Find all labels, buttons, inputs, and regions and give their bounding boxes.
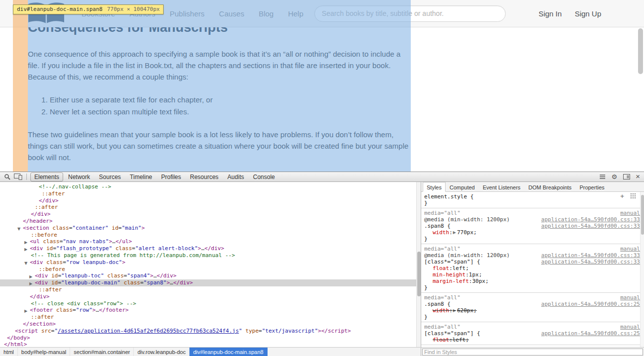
elements-scrollbar-thumb[interactable] bbox=[417, 252, 421, 296]
stylesheet-link[interactable]: application-54a…590fd00.css:33 bbox=[537, 259, 640, 265]
css-property[interactable]: float: left; bbox=[424, 265, 640, 271]
find-in-styles-input[interactable] bbox=[422, 349, 643, 356]
styles-tab-properties[interactable]: Properties bbox=[575, 182, 608, 192]
dock-side-icon[interactable] bbox=[622, 173, 631, 181]
style-rule-section: media="all"manual@media (min-width: 1200… bbox=[421, 244, 644, 293]
devtools-tab-network[interactable]: Network bbox=[64, 173, 94, 181]
css-property[interactable]: float: left; bbox=[424, 337, 640, 343]
tree-line[interactable]: </div> bbox=[0, 211, 421, 218]
manual-link[interactable]: manual bbox=[616, 324, 640, 330]
breadcrumb-item[interactable]: div#leanpub-doc-main.span8 bbox=[189, 348, 267, 356]
element-state-icon[interactable] bbox=[631, 193, 636, 199]
auth-link-sign-up[interactable]: Sign Up bbox=[575, 9, 601, 18]
page-scrollbar-thumb[interactable] bbox=[638, 28, 643, 74]
tree-line[interactable]: ::after bbox=[0, 204, 421, 211]
css-property[interactable]: width: ▶770px; bbox=[424, 229, 640, 236]
stylesheet-link[interactable]: application-54a…590fd00.css:33 bbox=[537, 252, 640, 259]
css-property[interactable]: width: ▶620px; bbox=[424, 307, 640, 314]
breadcrumb-item[interactable]: html bbox=[0, 348, 18, 356]
new-style-rule-icon[interactable]: + bbox=[620, 194, 624, 199]
styles-tab-event-listeners[interactable]: Event Listeners bbox=[479, 182, 525, 192]
breadcrumb-item[interactable]: section#main.container bbox=[70, 348, 134, 356]
close-devtools-icon[interactable]: × bbox=[636, 173, 640, 180]
styles-tab-computed[interactable]: Computed bbox=[446, 182, 479, 192]
devtools-statusbar: htmlbody#help-manualsection#main.contain… bbox=[0, 347, 644, 356]
tree-line[interactable]: ::after bbox=[0, 286, 421, 293]
stylesheet-link[interactable]: application-54a…590fd00.css:25 bbox=[537, 330, 640, 337]
tree-line[interactable]: ::after bbox=[0, 314, 421, 321]
nav-link-publishers[interactable]: Publishers bbox=[170, 9, 204, 18]
css-close: } bbox=[424, 200, 640, 206]
inspect-element-icon[interactable] bbox=[2, 173, 12, 181]
devtools-panel: ElementsNetworkSourcesTimelineProfilesRe… bbox=[0, 172, 644, 356]
manual-link[interactable]: manual bbox=[616, 294, 640, 301]
breadcrumb-item[interactable]: div.row.leanpub-doc bbox=[134, 348, 189, 356]
styles-tab-dom-breakpoints[interactable]: DOM Breakpoints bbox=[525, 182, 576, 192]
doc-list-item: Never let a section span multiple text f… bbox=[50, 106, 411, 117]
tree-line[interactable]: ▶<footer class="row">…</footer> bbox=[0, 307, 421, 314]
tree-line[interactable]: ::before bbox=[0, 232, 421, 239]
devtools-tab-sources[interactable]: Sources bbox=[95, 173, 125, 181]
tree-line[interactable]: </header> bbox=[0, 218, 421, 225]
css-close: } bbox=[424, 314, 640, 320]
devtools-tab-resources[interactable]: Resources bbox=[186, 173, 222, 181]
tree-line[interactable]: </html> bbox=[0, 341, 421, 347]
css-property[interactable]: min-height: 1px; bbox=[424, 271, 640, 278]
css-mediaquery: @media (min-width: 1200px)application-54… bbox=[424, 216, 640, 223]
search-input[interactable] bbox=[322, 9, 498, 17]
nav-link-causes[interactable]: Causes bbox=[219, 9, 244, 18]
devtools-tab-timeline[interactable]: Timeline bbox=[126, 173, 156, 181]
css-elemstyle[interactable]: element.style { bbox=[424, 193, 640, 200]
settings-gear-icon[interactable]: ⚙ bbox=[612, 174, 618, 180]
tree-line[interactable]: </section> bbox=[0, 321, 421, 328]
nav-link-blog[interactable]: Blog bbox=[259, 9, 274, 18]
auth-link-sign-in[interactable]: Sign In bbox=[539, 9, 562, 18]
console-drawer-icon[interactable] bbox=[598, 173, 607, 181]
tree-line[interactable]: </div> bbox=[0, 293, 421, 300]
inspect-tooltip-selector: div#leanpub-doc-main.span8 bbox=[17, 6, 102, 13]
styles-scrollbar[interactable] bbox=[640, 192, 644, 347]
styles-panel: StylesComputedEvent ListenersDOM Breakpo… bbox=[421, 182, 644, 347]
css-mediaattr: media="all"manual bbox=[424, 246, 640, 252]
tree-line[interactable]: ▶<div id="leanpub-toc" class="span4">…</… bbox=[0, 272, 421, 279]
breadcrumb-item[interactable]: body#help-manual bbox=[18, 348, 71, 356]
tree-line[interactable]: </div> bbox=[0, 197, 421, 204]
tree-line[interactable]: </body> bbox=[0, 335, 421, 342]
tree-line[interactable]: ::before bbox=[0, 266, 421, 273]
tree-line[interactable]: ::after bbox=[0, 190, 421, 197]
tree-line[interactable]: <!-- This page is generated from http://… bbox=[0, 252, 421, 259]
styles-tab-styles[interactable]: Styles bbox=[423, 182, 446, 192]
css-property[interactable]: margin-left: 30px; bbox=[424, 278, 640, 284]
manual-link[interactable]: manual bbox=[616, 246, 640, 252]
page-scrollbar[interactable] bbox=[638, 0, 644, 172]
tree-line[interactable]: ▶<div id="flash_prototype" class="alert … bbox=[0, 245, 421, 252]
tree-line[interactable]: ▶<ul class="nav nav-tabs">…</ul> bbox=[0, 238, 421, 245]
css-selector[interactable]: [class*="span"] {application-54a…590fd00… bbox=[424, 259, 640, 265]
devtools-tab-console[interactable]: Console bbox=[249, 173, 279, 181]
tree-line[interactable]: ▼<section class="container" id="main"> bbox=[0, 225, 421, 232]
device-mode-icon[interactable] bbox=[13, 173, 23, 181]
stylesheet-link[interactable]: application-54a…590fd00.css:33 bbox=[537, 216, 640, 223]
tree-line[interactable]: ▶<div id="leanpub-doc-main" class="span8… bbox=[0, 279, 421, 286]
tree-line[interactable]: <!--/.nav-collapse --> bbox=[0, 183, 421, 190]
tree-line[interactable]: ▼<div class="row leanpub-doc"> bbox=[0, 259, 421, 266]
tree-line[interactable]: <!-- close <div class="row"> --> bbox=[0, 300, 421, 307]
stylesheet-link[interactable]: application-54a…590fd00.css:33 bbox=[537, 223, 640, 229]
elements-scrollbar[interactable] bbox=[416, 182, 421, 347]
nav-link-help[interactable]: Help bbox=[288, 9, 303, 18]
devtools-main: <!--/.nav-collapse -->::after</div>::aft… bbox=[0, 182, 644, 347]
tree-line[interactable]: <script src="/assets/application-4d615af… bbox=[0, 328, 421, 335]
expand-value-icon[interactable]: ▶ bbox=[453, 229, 456, 236]
devtools-tab-audits[interactable]: Audits bbox=[223, 173, 248, 181]
stylesheet-link[interactable]: application-54a…590fd00.css:25 bbox=[537, 301, 640, 307]
css-selector[interactable]: .span8 {application-54a…590fd00.css:25 bbox=[424, 301, 640, 307]
devtools-tab-profiles[interactable]: Profiles bbox=[157, 173, 185, 181]
css-selector[interactable]: .span8 {application-54a…590fd00.css:33 bbox=[424, 223, 640, 229]
auth-links: Sign InSign Up bbox=[539, 9, 601, 18]
css-selector[interactable]: [class*="span"] {application-54a…590fd00… bbox=[424, 330, 640, 337]
styles-scrollbar-thumb[interactable] bbox=[641, 195, 644, 235]
doc-list-item: Either use a separate text file for each… bbox=[50, 94, 411, 105]
devtools-tab-elements[interactable]: Elements bbox=[30, 173, 63, 181]
manual-link[interactable]: manual bbox=[616, 210, 640, 216]
expand-value-icon[interactable]: ▶ bbox=[453, 307, 456, 314]
